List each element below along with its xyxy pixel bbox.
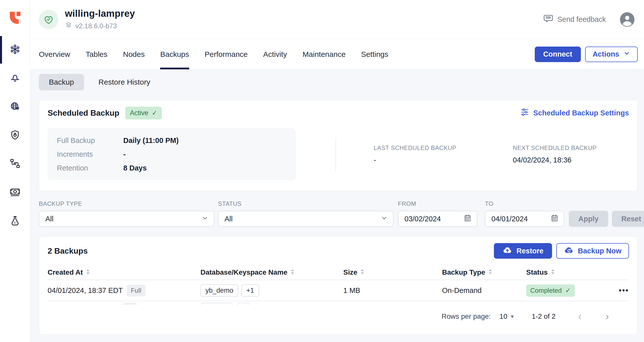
full-badge: Full — [127, 285, 145, 296]
flask-icon — [9, 215, 21, 227]
retention-value: 8 Days — [123, 164, 147, 172]
workflow-icon — [9, 158, 21, 170]
restore-button[interactable]: Restore — [494, 243, 552, 259]
tab-actions: Connect Actions — [535, 47, 638, 62]
table-row[interactable]: 04/01/2024, 18:37 EDT Full yb_demo +1 1 … — [48, 280, 629, 301]
backup-now-button[interactable]: Backup Now — [556, 243, 629, 259]
actions-button[interactable]: Actions — [585, 47, 638, 62]
tab-label: Performance — [205, 50, 248, 59]
calendar-icon — [550, 214, 559, 224]
tab-label: Backups — [160, 50, 189, 59]
sidebar-item-billing[interactable] — [0, 178, 30, 207]
sidebar-item-alerts[interactable] — [0, 64, 30, 93]
avatar[interactable] — [620, 12, 634, 27]
sidebar-item-network[interactable] — [0, 93, 30, 121]
tabbar: Overview Tables Nodes Backups Performanc… — [30, 39, 644, 70]
full-backup-value: Daily (11:00 PM) — [123, 136, 179, 145]
yugabyte-logo-icon[interactable] — [8, 10, 23, 26]
partial-badge — [123, 303, 137, 305]
sliders-icon — [520, 108, 529, 118]
schedule-summary-panel: Full BackupDaily (11:00 PM) Increments- … — [48, 128, 295, 180]
backups-count-title: 2 Backups — [48, 246, 88, 256]
backup-type-value: All — [45, 215, 53, 223]
tab-label: Overview — [39, 50, 70, 59]
sidebar-item-security[interactable] — [0, 121, 30, 150]
column-backup-type[interactable]: Backup Type — [442, 268, 526, 276]
sort-icon — [488, 268, 492, 276]
tab-label: Maintenance — [302, 50, 346, 59]
completed-status-badge: Completed ✓ — [526, 284, 575, 297]
to-date-input[interactable] — [485, 211, 564, 227]
column-label: Status — [526, 268, 548, 276]
column-size[interactable]: Size — [343, 268, 442, 276]
to-date-label: TO — [485, 200, 564, 207]
table-row-partial — [48, 301, 629, 305]
tab-activity[interactable]: Activity — [263, 39, 287, 69]
full-backup-label: Full Backup — [57, 136, 123, 145]
tab-overview[interactable]: Overview — [39, 39, 70, 69]
partial-chip — [237, 303, 249, 305]
increments-value: - — [123, 150, 126, 158]
last-scheduled-backup-value: - — [374, 156, 490, 164]
cluster-hub-icon — [9, 44, 21, 56]
column-label: Database/Keyspace Name — [200, 268, 287, 276]
from-date-input[interactable] — [398, 211, 477, 227]
keyspace-chip: yb_demo — [200, 284, 238, 297]
cluster-health-icon — [39, 10, 58, 29]
backups-table: Created At Database/Keyspace Name Size — [48, 265, 629, 305]
check-icon: ✓ — [565, 287, 571, 294]
column-created-at[interactable]: Created At — [48, 268, 200, 276]
calendar-icon — [463, 214, 472, 224]
subtabs: Backup Restore History — [39, 74, 638, 90]
topbar-right: Send feedback — [543, 12, 634, 27]
bell-icon — [9, 72, 21, 85]
sidebar-item-clusters[interactable] — [0, 36, 30, 64]
page-range-label: 1-2 of 2 — [532, 312, 556, 320]
sidebar-item-integrations[interactable] — [0, 150, 30, 178]
tab-nodes[interactable]: Nodes — [123, 39, 145, 69]
reset-button[interactable]: Reset — [612, 211, 644, 227]
tab-maintenance[interactable]: Maintenance — [302, 39, 346, 69]
column-label: Size — [343, 268, 357, 276]
from-date-value[interactable] — [404, 215, 452, 223]
tab-performance[interactable]: Performance — [205, 39, 248, 69]
next-page-button[interactable]: › — [605, 311, 609, 322]
scheduled-backup-card: Scheduled Backup Active ✓ — [39, 100, 638, 191]
scheduled-backup-settings-link[interactable]: Scheduled Backup Settings — [520, 108, 629, 118]
send-feedback-button[interactable]: Send feedback — [543, 13, 606, 26]
feedback-bubble-icon — [543, 13, 554, 26]
tab-backups[interactable]: Backups — [160, 39, 189, 69]
tab-label: Activity — [263, 50, 287, 59]
connect-button[interactable]: Connect — [535, 47, 581, 62]
tab-settings[interactable]: Settings — [361, 39, 388, 69]
increments-label: Increments — [57, 150, 123, 158]
sidebar-item-labs[interactable] — [0, 207, 30, 235]
subtab-backup[interactable]: Backup — [39, 74, 84, 90]
apply-button[interactable]: Apply — [569, 211, 608, 227]
column-keyspace[interactable]: Database/Keyspace Name — [200, 268, 343, 276]
column-label: Backup Type — [442, 268, 485, 276]
backup-type-label: BACKUP TYPE — [39, 200, 214, 207]
caret-down-icon: ▾ — [511, 313, 514, 320]
cloud-refresh-icon — [564, 245, 574, 257]
last-scheduled-backup: LAST SCHEDULED BACKUP - — [374, 144, 490, 164]
rows-per-page-select[interactable]: 10 ▾ — [499, 312, 514, 320]
scheduled-backup-title: Scheduled Backup — [48, 108, 119, 118]
sort-icon — [290, 268, 294, 276]
row-menu-button[interactable]: ••• — [619, 286, 629, 295]
chevron-down-icon — [623, 50, 630, 59]
subtab-restore-history[interactable]: Restore History — [88, 74, 160, 90]
tab-tables[interactable]: Tables — [86, 39, 108, 69]
main-area: willing-lamprey v2.18.6.0-b73 — [30, 0, 644, 342]
status-select[interactable]: All — [218, 211, 393, 227]
column-label: Created At — [48, 268, 83, 276]
backup-type-select[interactable]: All — [39, 211, 214, 227]
partial-chip — [201, 303, 233, 305]
sidebar-nav — [0, 36, 30, 235]
vertical-divider — [336, 138, 336, 171]
column-status[interactable]: Status — [526, 268, 613, 276]
keyspace-more-chip[interactable]: +1 — [241, 284, 259, 297]
layers-icon — [65, 22, 72, 31]
prev-page-button[interactable]: ‹ — [578, 311, 582, 322]
to-date-value[interactable] — [491, 215, 539, 223]
